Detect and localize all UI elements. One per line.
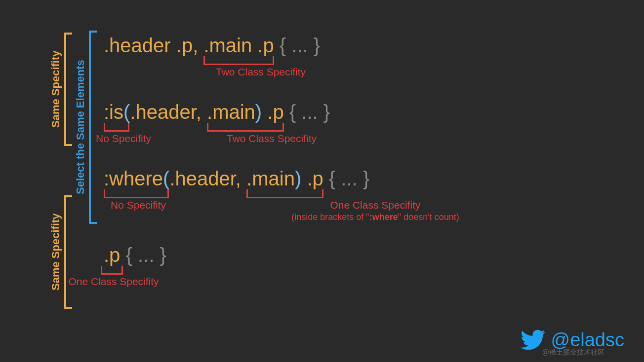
l2-close: ) [255, 101, 262, 123]
l3-ub1 [104, 192, 169, 198]
l2-arg1: .header [130, 101, 196, 123]
l2-sel: .p [267, 101, 283, 123]
l3-arg2-group: .main) .p [246, 168, 323, 190]
l4-anno: One Class Specifity [64, 276, 163, 288]
l3-ub2 [246, 192, 323, 198]
l3-open: ( [163, 168, 169, 189]
label-select-same: Select the Same Elements [74, 31, 87, 224]
code-line-4: .p { ... } One Class Specifity [104, 244, 369, 266]
l4-ub [101, 269, 123, 275]
code-line-1: .header .p, .main .p { ... } Two Class S… [104, 35, 369, 57]
l3-sub-c: " doesn't count) [398, 212, 459, 222]
l1-underbrace [203, 59, 274, 65]
code-content: .header .p, .main .p { ... } Two Class S… [104, 35, 369, 266]
l2-ub1 [104, 126, 129, 132]
l3-brace: { ... } [329, 168, 369, 189]
l4-brace: { ... } [125, 244, 166, 266]
bracket-select-same [89, 31, 97, 224]
l1-comma: , [193, 35, 198, 56]
l2-arg2-group: .main) .p [207, 101, 284, 123]
label-same-specifity-bottom: Same Specifity [49, 195, 62, 309]
l1-prefix: .header .p [104, 35, 193, 56]
l2-fn-group: :is [104, 101, 123, 123]
l3-anno2sub: (inside brackets of ":where" doesn't cou… [277, 212, 474, 222]
l2-anno1: No Specifity [89, 133, 158, 145]
l3-close: ) [295, 168, 301, 189]
label-same-specifity-top: Same Specifity [49, 33, 62, 146]
l2-arg2: .main [207, 101, 255, 123]
l2-anno2: Two Class Specifity [222, 133, 321, 145]
watermark: @稀土掘金技术社区 [542, 348, 604, 357]
l3-comma: , [236, 168, 241, 189]
code-line-3: :where (.header, .main) .p { ... } No Sp… [104, 168, 369, 190]
l1-anno: Two Class Specifity [211, 66, 310, 78]
l3-arg1: .header [169, 168, 235, 189]
bracket-same-specifity-bottom [64, 195, 72, 309]
l3-arg2: .main [246, 168, 295, 189]
l3-sub-b: :where [369, 212, 398, 222]
l2-ub2 [207, 126, 284, 132]
twitter-text: @eladsc [551, 329, 624, 351]
l3-anno2: One Class Specifity [316, 199, 435, 211]
l2-open: ( [123, 101, 130, 123]
l1-highlight: .main .p [203, 35, 274, 56]
l4-sel-group: .p [104, 244, 120, 266]
l3-sel: .p [307, 168, 323, 189]
twitter-icon [521, 327, 545, 352]
l1-brace: { ... } [280, 35, 320, 56]
l2-fn: :is [104, 101, 123, 123]
l3-anno1: No Specifity [104, 199, 173, 211]
l3-fn-group: :where [104, 168, 163, 190]
l1-highlight-group: .main .p [203, 35, 274, 57]
l3-sub-a: (inside brackets of " [291, 212, 369, 222]
l2-comma: , [196, 101, 201, 123]
code-line-2: :is (.header, .main) .p { ... } No Speci… [104, 101, 369, 123]
l2-brace: { ... } [289, 101, 330, 123]
bracket-same-specifity-top [64, 33, 72, 146]
l3-fn: :where [104, 168, 163, 189]
l4-sel: .p [104, 244, 120, 266]
